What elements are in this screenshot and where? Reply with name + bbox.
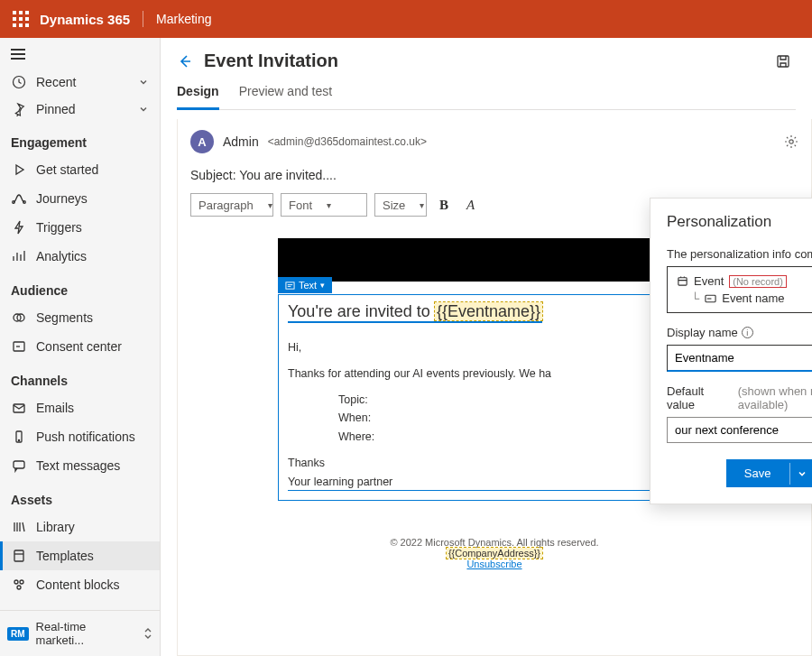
nav-label: Get started	[36, 162, 98, 177]
templates-icon	[11, 548, 27, 564]
text-block[interactable]: Text ▾ You're are invited to {{Eventname…	[278, 294, 711, 501]
display-name-input[interactable]	[667, 345, 812, 372]
anchor-button[interactable]: A	[461, 198, 480, 213]
subject-row[interactable]: Subject: You are invited....	[190, 168, 798, 182]
headline[interactable]: You're are invited to {{Eventname}}	[288, 302, 701, 323]
tab-design[interactable]: Design	[177, 84, 219, 110]
svg-point-13	[17, 586, 21, 589]
select-value: Font	[289, 199, 312, 212]
page-title: Event Invitation	[204, 51, 338, 71]
back-button[interactable]	[177, 53, 193, 69]
address-token[interactable]: {{CompanyAddress}}	[447, 548, 542, 559]
field-icon	[705, 294, 716, 303]
default-value-input[interactable]	[667, 417, 812, 443]
email-canvas: ◎ C Text ▾ You're are invited to {{Event…	[278, 238, 711, 569]
tab-preview[interactable]: Preview and test	[239, 84, 333, 109]
sidebar-group-assets: Assets	[0, 480, 160, 513]
tabs: Design Preview and test	[177, 84, 796, 110]
bolt-icon	[11, 219, 27, 236]
sidebar-collapse-button[interactable]	[0, 45, 160, 69]
up-down-icon	[143, 627, 152, 640]
hero-bar: ◎ C	[278, 238, 711, 282]
chevron-down-icon: ▾	[268, 200, 272, 210]
nav-label: Text messages	[36, 458, 120, 473]
body-greeting: Hi,	[288, 339, 701, 356]
picker-entity: Event	[694, 274, 724, 288]
body-text[interactable]: Hi, Thanks for attending our AI events p…	[288, 339, 701, 491]
save-button[interactable]: Save	[726, 460, 789, 486]
sidebar-recent[interactable]: Recent	[0, 69, 160, 96]
panel-title: Personalization	[667, 213, 771, 231]
from-name: Admin	[223, 134, 259, 149]
select-value: Paragraph	[198, 199, 254, 212]
sidebar-group-channels: Channels	[0, 361, 160, 393]
sidebar-item-text[interactable]: Text messages	[0, 451, 160, 480]
sidebar-item-journeys[interactable]: Journeys	[0, 184, 160, 213]
sidebar-item-consent-center[interactable]: Consent center	[0, 332, 160, 361]
body-signoff: Your learning partner	[288, 474, 701, 492]
sidebar-recent-label: Recent	[36, 75, 76, 89]
sidebar-group-engagement: Engagement	[0, 123, 160, 155]
nav-label: Templates	[36, 549, 94, 563]
text-block-tag[interactable]: Text ▾	[278, 277, 332, 293]
text-block-tag-label: Text	[299, 280, 317, 291]
font-select[interactable]: Font▾	[281, 193, 367, 217]
settings-button[interactable]	[784, 134, 798, 149]
picker-field: Event name	[722, 291, 784, 305]
body-line1: Thanks for attending our AI events previ…	[288, 365, 701, 383]
push-icon	[11, 429, 27, 445]
paragraph-select[interactable]: Paragraph▾	[190, 193, 273, 217]
sidebar-item-push[interactable]: Push notifications	[0, 422, 160, 451]
subject-label: Subject:	[190, 168, 236, 182]
brand-divider	[143, 11, 143, 27]
svg-rect-14	[778, 56, 789, 67]
product-label: Marketing	[156, 12, 211, 26]
info-source-label: The personalization info comes from	[667, 247, 812, 261]
nav-label: Library	[36, 520, 75, 534]
personalization-token[interactable]: {{Eventname}}	[435, 302, 542, 320]
nav-label: Journeys	[36, 191, 88, 206]
sidebar-item-segments[interactable]: Segments	[0, 303, 160, 332]
sidebar-item-triggers[interactable]: Triggers	[0, 213, 160, 242]
nav-label: Content blocks	[36, 577, 120, 592]
sidebar-pinned-label: Pinned	[36, 102, 76, 116]
data-source-picker[interactable]: Event (No record) └ Event name	[667, 266, 812, 313]
chat-icon	[11, 457, 27, 474]
app-launcher-icon[interactable]	[13, 11, 29, 27]
save-split-button[interactable]	[789, 463, 813, 485]
footer-copyright: © 2022 Microsoft Dynamics. All rights re…	[278, 537, 711, 548]
bold-button[interactable]: B	[434, 198, 454, 213]
main: Event Invitation Design Preview and test…	[161, 38, 812, 656]
nav-label: Consent center	[36, 339, 122, 354]
journey-icon	[11, 190, 27, 207]
chevron-down-icon	[138, 77, 149, 88]
sidebar-item-content-blocks[interactable]: Content blocks	[0, 570, 160, 599]
area-switcher[interactable]: RM Real-time marketi...	[0, 610, 160, 656]
area-badge: RM	[7, 627, 29, 641]
svg-point-8	[18, 439, 19, 440]
sidebar-item-analytics[interactable]: Analytics	[0, 242, 160, 271]
sidebar-item-templates[interactable]: Templates	[0, 541, 160, 570]
body-topic: Topic:	[288, 392, 701, 409]
svg-point-11	[14, 580, 18, 584]
blocks-icon	[11, 577, 27, 593]
unsubscribe-link[interactable]: Unsubscribe	[466, 559, 521, 569]
segments-icon	[11, 310, 27, 326]
size-select[interactable]: Size▾	[374, 193, 427, 217]
nav-label: Emails	[36, 401, 74, 415]
body-thanks: Thanks	[288, 455, 701, 472]
svg-rect-10	[14, 550, 23, 561]
sidebar-item-emails[interactable]: Emails	[0, 393, 160, 422]
info-icon[interactable]: i	[742, 327, 753, 338]
svg-point-15	[789, 140, 793, 143]
headline-prefix: You're are invited to	[288, 302, 435, 320]
brand-label: Dynamics 365	[40, 12, 130, 27]
sidebar-item-library[interactable]: Library	[0, 513, 160, 541]
sidebar-pinned[interactable]: Pinned	[0, 96, 160, 123]
body-when: When:	[288, 410, 701, 427]
pin-icon	[11, 101, 27, 117]
sidebar-group-audience: Audience	[0, 271, 160, 303]
sidebar-item-get-started[interactable]: Get started	[0, 155, 160, 184]
chevron-down-icon: ▾	[327, 200, 331, 210]
save-record-button[interactable]	[776, 54, 796, 69]
